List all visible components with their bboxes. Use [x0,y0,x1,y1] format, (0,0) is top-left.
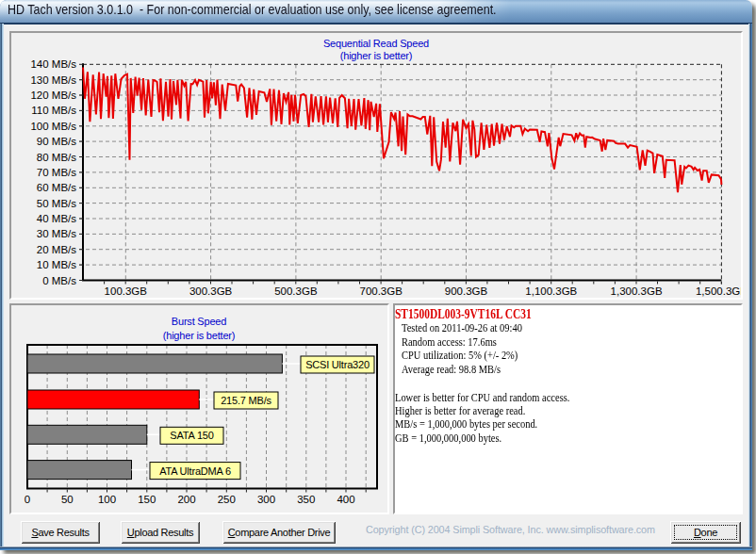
svg-text:500.3GB: 500.3GB [274,285,318,297]
svg-text:SCSI Ultra320: SCSI Ultra320 [305,359,370,370]
svg-text:350: 350 [297,494,315,505]
svg-text:900.3GB: 900.3GB [445,285,488,297]
svg-text:300.3GB: 300.3GB [189,285,233,297]
svg-text:80 MB/s: 80 MB/s [37,152,76,163]
svg-text:0: 0 [25,494,30,505]
svg-text:120 MB/s: 120 MB/s [30,90,76,101]
svg-text:Burst Speed: Burst Speed [172,316,226,327]
svg-text:10 MB/s: 10 MB/s [37,259,76,270]
svg-text:40 MB/s: 40 MB/s [37,213,76,224]
svg-text:(higher is better): (higher is better) [163,330,236,341]
svg-text:200: 200 [177,494,195,505]
svg-text:110 MB/s: 110 MB/s [31,105,76,116]
svg-text:50: 50 [61,494,74,505]
svg-text:150: 150 [138,494,156,505]
svg-text:20 MB/s: 20 MB/s [37,244,76,255]
svg-text:300: 300 [257,494,275,505]
svg-text:SATA 150: SATA 150 [170,430,213,441]
svg-text:1,300.3GB: 1,300.3GB [611,285,663,297]
svg-text:0 MB/s: 0 MB/s [42,275,76,286]
svg-text:ATA UltraDMA 6: ATA UltraDMA 6 [159,465,231,477]
svg-text:70 MB/s: 70 MB/s [37,167,76,178]
svg-text:90 MB/s: 90 MB/s [37,136,76,147]
svg-text:140 MB/s: 140 MB/s [30,58,76,70]
svg-text:Sequential Read Speed: Sequential Read Speed [323,38,429,49]
svg-text:215.7 MB/s: 215.7 MB/s [221,395,271,406]
svg-text:400: 400 [337,494,354,505]
svg-text:100 MB/s: 100 MB/s [30,121,76,132]
svg-text:700.3GB: 700.3GB [359,285,403,297]
svg-text:130 MB/s: 130 MB/s [30,74,76,86]
svg-text:1,500.3GB: 1,500.3GB [696,285,743,297]
svg-text:60 MB/s: 60 MB/s [37,182,76,193]
svg-text:(higher is better): (higher is better) [340,50,413,61]
svg-text:100.3GB: 100.3GB [105,285,148,297]
svg-text:30 MB/s: 30 MB/s [37,228,76,239]
svg-text:250: 250 [218,494,236,505]
svg-text:100: 100 [98,494,116,505]
svg-text:1,100.3GB: 1,100.3GB [525,285,577,297]
svg-text:50 MB/s: 50 MB/s [37,198,76,209]
